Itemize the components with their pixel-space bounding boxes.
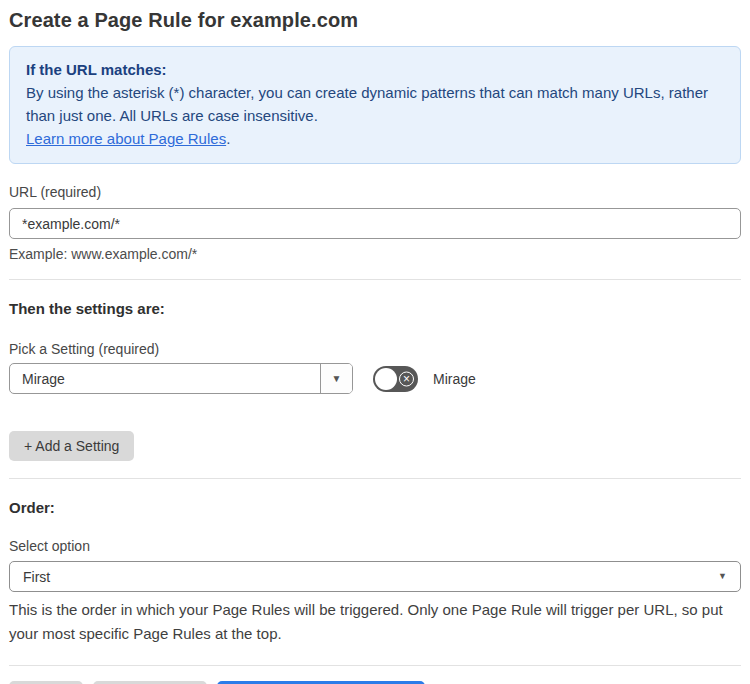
url-input[interactable] (9, 208, 741, 239)
order-help-text: This is the order in which your Page Rul… (9, 598, 729, 646)
order-select[interactable]: First ▼ (9, 561, 741, 592)
toggle-knob (375, 368, 397, 390)
info-box-link-line: Learn more about Page Rules. (26, 127, 724, 150)
page-title: Create a Page Rule for example.com (9, 7, 741, 33)
create-page-rule-form: Create a Page Rule for example.com If th… (0, 0, 750, 684)
toggle-label: Mirage (433, 371, 476, 387)
divider (9, 279, 741, 280)
order-section-heading: Order: (9, 499, 741, 516)
url-match-info-box: If the URL matches: By using the asteris… (9, 46, 741, 164)
x-circle-icon: × (399, 371, 414, 386)
caret-down-icon: ▼ (718, 572, 727, 581)
learn-more-link[interactable]: Learn more about Page Rules (26, 130, 226, 147)
add-setting-button[interactable]: + Add a Setting (9, 431, 134, 461)
select-option-label: Select option (9, 538, 741, 554)
info-box-heading: If the URL matches: (26, 58, 724, 81)
order-select-value: First (23, 569, 50, 585)
caret-down-icon: ▼ (332, 374, 342, 384)
settings-section-heading: Then the settings are: (9, 300, 741, 317)
setting-select-arrow-button[interactable]: ▼ (320, 364, 352, 393)
info-box-body: By using the asterisk (*) character, you… (26, 81, 724, 127)
pick-setting-label: Pick a Setting (required) (9, 341, 741, 357)
mirage-toggle-group: × Mirage (373, 366, 476, 392)
divider (9, 478, 741, 479)
setting-select-value: Mirage (10, 364, 320, 393)
link-period: . (226, 130, 230, 147)
setting-row: Mirage ▼ × Mirage (9, 363, 741, 394)
mirage-toggle[interactable]: × (373, 366, 418, 392)
url-example-text: Example: www.example.com/* (9, 246, 741, 262)
divider (9, 665, 741, 666)
setting-select[interactable]: Mirage ▼ (9, 363, 353, 394)
url-label: URL (required) (9, 184, 741, 200)
